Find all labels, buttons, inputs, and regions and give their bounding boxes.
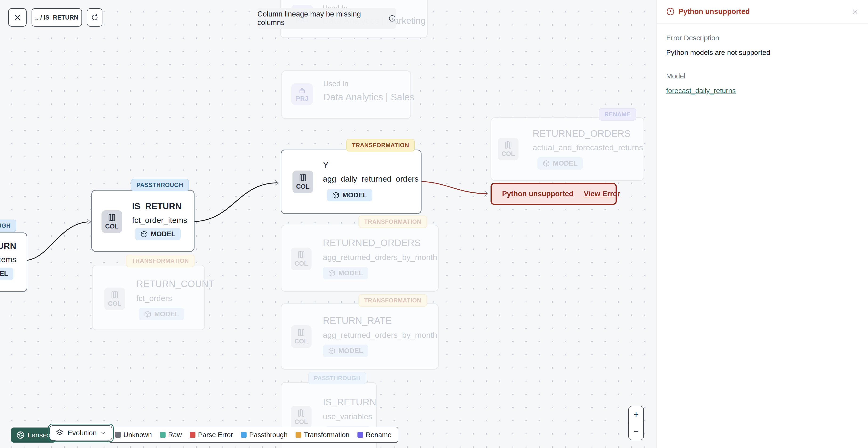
node-title: IS_RETURN (132, 201, 182, 211)
arrowhead-icon (275, 180, 278, 185)
model-badge-label: MODEL (154, 310, 179, 318)
node-title: RETURN_COUNT (136, 279, 214, 289)
legend-label: Unknown (123, 431, 152, 439)
node-is-return[interactable]: PASSTHROUGH COL IS_RETURN fct_order_item… (91, 190, 194, 252)
breadcrumb[interactable]: .. / IS_RETURN (32, 8, 82, 27)
lineage-warning-banner: Column lineage may be missing columns (257, 8, 396, 29)
legend-label: Rename (366, 431, 392, 439)
col-badge-label: COL (294, 418, 308, 426)
legend-label: Parse Error (198, 431, 233, 439)
node-subtitle: fct_order_items (132, 215, 187, 225)
prj-badge-label: PRJ (296, 95, 309, 102)
cube-icon (328, 269, 336, 277)
columns-icon (111, 291, 119, 299)
legend-item-passthrough: Passthrough (241, 431, 287, 439)
node-title: RETURNED_ORDERS (533, 128, 631, 139)
columns-icon (297, 409, 305, 417)
tag-transformation: TRANSFORMATION (126, 255, 194, 267)
zoom-in-button[interactable]: + (629, 406, 643, 423)
col-badge: COL (498, 138, 519, 160)
refresh-icon (91, 13, 99, 22)
lens-dropdown[interactable]: Evolution (50, 425, 112, 441)
col-badge: COL (291, 325, 312, 348)
legend-swatch (296, 432, 301, 438)
error-description-label: Error Description (666, 34, 859, 42)
legend-item-rename: Rename (358, 431, 392, 439)
zoom-controls: + − (628, 406, 644, 440)
node-agg-daily-returned-orders[interactable]: TRANSFORMATION COL Y agg_daily_returned_… (281, 150, 422, 214)
node-return-count[interactable]: TRANSFORMATION COL RETURN_COUNT fct_orde… (92, 265, 205, 330)
legend-label: Raw (168, 431, 182, 439)
error-detail-panel: Python unsupported Error Description Pyt… (656, 0, 868, 448)
model-badge: MODEL (135, 228, 181, 240)
node-returned-orders-rename[interactable]: RENAME COL RETURNED_ORDERS actual_and_fo… (491, 117, 644, 181)
banner-text: Column lineage may be missing columns (257, 10, 385, 27)
node-return-rate[interactable]: TRANSFORMATION COL RETURN_RATE agg_retur… (281, 303, 439, 369)
error-description-text: Python models are not supported (666, 49, 859, 57)
view-error-link[interactable]: View Error (584, 189, 620, 198)
legend-item-parse-error: Parse Error (190, 431, 233, 439)
panel-spacer (666, 57, 859, 72)
node-is-return-upstream[interactable]: PASSTHROUGH IS_RETURN stg_order_items MO… (0, 233, 27, 292)
cube-icon (332, 191, 340, 199)
tag-passthrough: PASSTHROUGH (131, 179, 189, 191)
col-badge-label: COL (105, 223, 119, 230)
columns-icon (299, 174, 307, 182)
model-badge-label: MODEL (342, 191, 367, 199)
tag-rename: RENAME (599, 108, 636, 121)
col-badge: COL (104, 288, 125, 310)
info-icon[interactable] (389, 14, 396, 22)
tag-transformation: TRANSFORMATION (346, 139, 415, 151)
node-subtitle: Data Analytics | Sales (323, 92, 414, 102)
edge-central-to-error (421, 182, 487, 193)
col-badge: COL (291, 406, 312, 428)
legend-label: Transformation (304, 431, 349, 439)
refresh-button[interactable] (87, 8, 102, 27)
model-label: Model (666, 72, 859, 80)
tag-transformation: TRANSFORMATION (359, 294, 427, 307)
panel-close-button[interactable] (851, 8, 859, 15)
layers-icon (55, 429, 64, 437)
panel-title: Python unsupported (678, 7, 848, 16)
legend-swatch (241, 432, 247, 438)
node-used-in-sales[interactable]: PRJ Used In Data Analytics | Sales (281, 70, 411, 119)
model-badge-label: MODEL (553, 159, 578, 167)
col-badge-label: COL (294, 338, 308, 345)
lineage-canvas[interactable]: PRJ Used In Data Analytics | Marketing P… (0, 0, 656, 448)
tag-transformation: TRANSFORMATION (359, 215, 427, 228)
node-returned-orders-transform[interactable]: TRANSFORMATION COL RETURNED_ORDERS agg_r… (281, 225, 439, 292)
node-subtitle: agg_daily_returned_orders (323, 174, 418, 183)
node-subtitle: fct_orders (136, 294, 172, 303)
legend-swatch (190, 432, 195, 438)
model-badge: MODEL (323, 267, 368, 279)
node-title: RETURNED_ORDERS (323, 238, 421, 248)
model-link[interactable]: forecast_daily_returns (666, 87, 736, 95)
columns-icon (297, 250, 305, 259)
edge-left-to-isreturn (25, 222, 88, 261)
legend-swatch (160, 432, 165, 438)
close-lineage-button[interactable] (8, 8, 27, 27)
cube-icon (542, 160, 550, 167)
cube-icon (328, 347, 336, 355)
model-badge-label: MODEL (0, 270, 8, 278)
node-subtitle: agg_returned_orders_by_month (323, 330, 437, 340)
node-subtitle: agg_returned_orders_by_month (323, 253, 437, 262)
col-badge-label: COL (108, 300, 122, 307)
node-title: RETURN_RATE (323, 316, 392, 326)
model-badge: MODEL (323, 345, 368, 357)
breadcrumb-text: .. / IS_RETURN (35, 14, 78, 21)
col-badge-label: COL (502, 150, 515, 157)
error-node-python-unsupported[interactable]: Python unsupported View Error (491, 183, 617, 205)
tag-passthrough: PASSTHROUGH (0, 219, 16, 232)
tag-passthrough: PASSTHROUGH (308, 372, 366, 384)
node-subtitle: use_variables (323, 412, 372, 421)
node-subtitle: stg_order_items (0, 255, 16, 264)
project-icon (298, 86, 306, 94)
legend-label: Passthrough (249, 431, 287, 439)
chevron-down-icon (100, 430, 106, 436)
edge-type-legend: Unknown Raw Parse Error Passthrough Tran… (108, 427, 398, 443)
zoom-out-button[interactable]: − (629, 423, 643, 440)
node-subtitle: actual_and_forecasted_returns (533, 143, 643, 152)
columns-icon (297, 328, 305, 337)
model-badge-label: MODEL (151, 230, 176, 238)
